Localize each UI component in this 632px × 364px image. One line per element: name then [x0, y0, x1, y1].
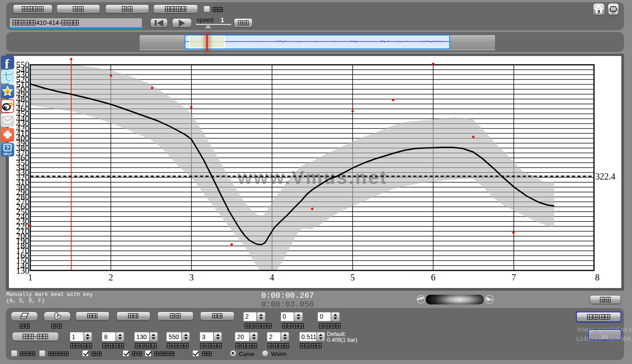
svg-text:HELP: HELP	[3, 152, 12, 156]
svg-text:?: ?	[6, 144, 9, 151]
svg-text:z: z	[6, 90, 8, 94]
svg-text:www.Vmus.net: www.Vmus.net	[237, 167, 388, 188]
